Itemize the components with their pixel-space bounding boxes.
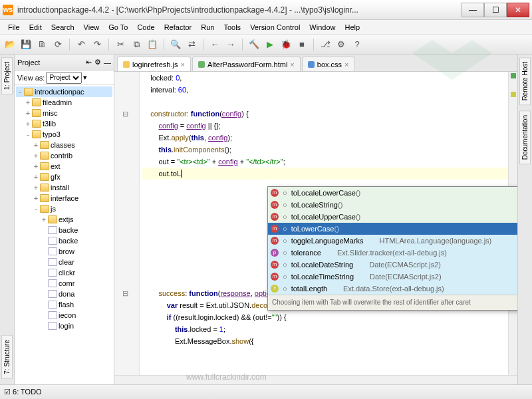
save-icon[interactable]: 💾 [20, 39, 32, 51]
build-icon[interactable]: 🔨 [248, 39, 260, 51]
stop-icon[interactable]: ■ [296, 39, 308, 51]
menu-search[interactable]: Search [47, 22, 78, 33]
tree-node[interactable]: +ext [16, 161, 112, 172]
tree-node[interactable]: +t3lib [16, 118, 112, 129]
completion-hint: Choosing item with Tab will overwrite th… [268, 295, 517, 310]
completion-item[interactable]: m○toLocaleUpperCase()String [268, 211, 517, 223]
completion-item[interactable]: f○totalLengthExt.data.Store(ext-all-debu… [268, 283, 517, 295]
menu-file[interactable]: File [4, 22, 24, 33]
main-toolbar: 📂 💾 🗎 ⟳ ↶ ↷ ✂ ⧉ 📋 🔍 ⇄ ← → 🔨 ▶ 🐞 ■ ⎇ ⚙ ? [0, 35, 532, 55]
undo-icon[interactable]: ↶ [75, 39, 87, 51]
forward-icon[interactable]: → [225, 39, 237, 51]
completion-item[interactable]: m○toLocaleLowerCase()String [268, 187, 517, 199]
project-sidebar: Project ⇤ ⚙ — View as: Project ▾ -introd… [15, 55, 114, 384]
menu-tools[interactable]: Tools [219, 22, 245, 33]
completion-popup: m○toLocaleLowerCase()Stringm○toLocaleStr… [267, 186, 517, 311]
menu-refactor[interactable]: Refactor [160, 22, 196, 33]
close-button[interactable]: ✕ [507, 3, 529, 17]
documentation-tab[interactable]: Documentation [519, 110, 531, 164]
open-icon[interactable]: 📂 [4, 39, 16, 51]
view-as-bar: View as: Project ▾ [15, 70, 114, 85]
code-editor[interactable]: ⊟⊟ locked: 0, interval: 60, constructor:… [114, 72, 517, 375]
collapse-icon[interactable]: ⇤ [86, 58, 92, 66]
search-icon[interactable]: 🔍 [170, 39, 182, 51]
tree-node[interactable]: -introductionpac [16, 86, 112, 97]
editor-tab[interactable]: loginrefresh.js× [117, 57, 191, 71]
close-tab-icon[interactable]: × [344, 61, 348, 68]
copy-icon[interactable]: ⧉ [130, 39, 142, 51]
todo-tool-button[interactable]: ☑ 6: TODO [4, 388, 42, 396]
menu-help[interactable]: Help [340, 22, 364, 33]
completion-item[interactable]: m○toggleLanguageMarksHTMLArea.Language(l… [268, 235, 517, 247]
menu-run[interactable]: Run [197, 22, 218, 33]
vcs-icon[interactable]: ⎇ [319, 39, 331, 51]
hide-icon[interactable]: — [104, 59, 111, 66]
tree-node[interactable]: -typo3 [16, 129, 112, 140]
paste-icon[interactable]: 📋 [146, 39, 158, 51]
minimize-button[interactable]: — [462, 3, 484, 17]
run-icon[interactable]: ▶ [264, 39, 276, 51]
tree-node[interactable]: +gfx [16, 172, 112, 182]
horizontal-scrollbar[interactable] [114, 375, 517, 384]
help-icon[interactable]: ? [351, 39, 363, 51]
view-as-select[interactable]: Project [46, 72, 82, 84]
view-as-label: View as: [17, 74, 45, 82]
tree-node[interactable]: flash [16, 299, 112, 310]
tree-node[interactable]: iecon [16, 310, 112, 321]
window-title: introductionpackage-4.4.2 - [C:\work\Php… [17, 5, 462, 15]
editor-gutter: ⊟⊟ [114, 72, 140, 375]
close-tab-icon[interactable]: × [290, 61, 294, 68]
tree-node[interactable]: +misc [16, 108, 112, 118]
replace-icon[interactable]: ⇄ [186, 39, 198, 51]
app-icon: WS [3, 5, 13, 15]
cut-icon[interactable]: ✂ [114, 39, 126, 51]
tree-node[interactable]: backe [16, 235, 112, 246]
menu-window[interactable]: Window [305, 22, 339, 33]
project-header-label: Project [17, 59, 40, 66]
close-tab-icon[interactable]: × [180, 61, 184, 68]
completion-item[interactable]: m○toLowerCase()String [268, 223, 517, 235]
tree-node[interactable]: +contrib [16, 150, 112, 161]
tree-node[interactable]: clickr [16, 267, 112, 278]
completion-item[interactable]: m○toLocaleString()Object [268, 199, 517, 211]
tree-node[interactable]: brow [16, 246, 112, 257]
completion-item[interactable]: m○toLocaleTimeStringDate(ECMAScript.js2) [268, 271, 517, 283]
gear-icon[interactable]: ⚙ [94, 58, 101, 66]
tree-node[interactable]: +classes [16, 140, 112, 150]
completion-item[interactable]: p○toleranceExt.Slider.tracker(ext-all-de… [268, 247, 517, 259]
tree-node[interactable]: comr [16, 278, 112, 289]
settings-icon[interactable]: ⚙ [335, 39, 347, 51]
menu-code[interactable]: Code [133, 22, 158, 33]
tree-node[interactable]: +extjs [16, 214, 112, 225]
save-all-icon[interactable]: 🗎 [36, 39, 48, 51]
debug-icon[interactable]: 🐞 [280, 39, 292, 51]
tree-node[interactable]: login [16, 321, 112, 331]
refresh-icon[interactable]: ⟳ [52, 39, 64, 51]
editor-area: loginrefresh.js×AlterPasswordForm.html×b… [114, 55, 517, 384]
tree-node[interactable]: +interface [16, 193, 112, 203]
back-icon[interactable]: ← [209, 39, 221, 51]
right-tool-gutter: Remote Host Documentation [517, 55, 532, 384]
redo-icon[interactable]: ↷ [91, 39, 103, 51]
tree-node[interactable]: +install [16, 182, 112, 193]
menu-version-control[interactable]: Version Control [246, 22, 304, 33]
tree-node[interactable]: clear [16, 257, 112, 267]
remote-host-tab[interactable]: Remote Host [519, 57, 531, 105]
project-tool-tab[interactable]: 1: Project [1, 57, 13, 94]
dropdown-icon[interactable]: ▾ [83, 73, 87, 82]
menu-edit[interactable]: Edit [25, 22, 46, 33]
menu-view[interactable]: View [80, 22, 104, 33]
project-tree[interactable]: -introductionpac+fileadmin+misc+t3lib-ty… [15, 85, 114, 384]
tree-node[interactable]: -js [16, 203, 112, 214]
editor-tab[interactable]: box.css× [302, 57, 355, 71]
completion-item[interactable]: m○toLocaleDateStringDate(ECMAScript.js2) [268, 259, 517, 271]
tree-node[interactable]: +fileadmin [16, 97, 112, 108]
maximize-button[interactable]: ☐ [484, 3, 507, 17]
project-header: Project ⇤ ⚙ — [15, 55, 114, 70]
bottom-tool-bar: ☑ 6: TODO [0, 384, 532, 399]
menu-go-to[interactable]: Go To [104, 22, 132, 33]
tree-node[interactable]: backe [16, 225, 112, 235]
structure-tool-tab[interactable]: 7: Structure [1, 335, 13, 379]
editor-tab[interactable]: AlterPasswordForm.html× [192, 57, 301, 71]
tree-node[interactable]: dona [16, 289, 112, 299]
